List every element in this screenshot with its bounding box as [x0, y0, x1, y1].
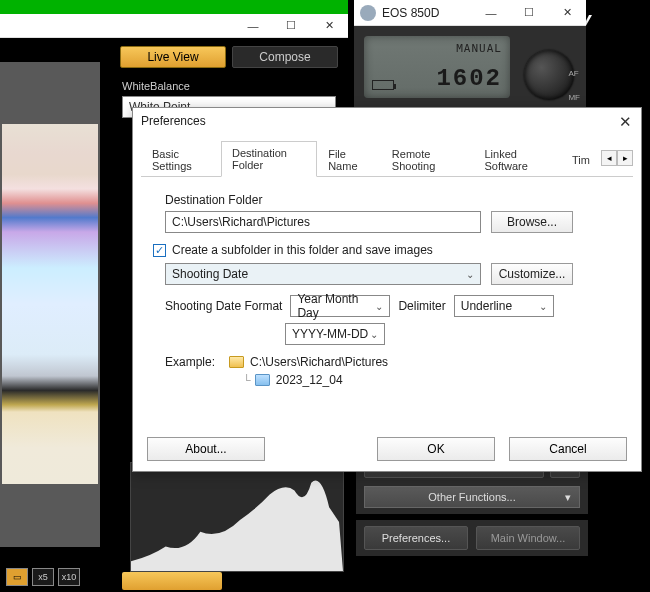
tab-scroll-left[interactable]: ◂	[601, 150, 617, 166]
example-label: Example:	[165, 355, 215, 387]
dialog-buttons: About... OK Cancel	[133, 437, 641, 461]
preview-image	[2, 124, 98, 484]
af-label: AF	[568, 62, 580, 86]
tab-file-name[interactable]: File Name	[317, 142, 381, 177]
dialog-close-button[interactable]: ✕	[615, 112, 635, 132]
dialog-title: Preferences	[133, 108, 641, 134]
zoom-fit-button[interactable]: ▭	[6, 568, 28, 586]
shooting-date-format-label: Shooting Date Format	[165, 299, 282, 313]
browse-button[interactable]: Browse...	[491, 211, 573, 233]
example-path: C:\Users\Richard\Pictures	[250, 355, 388, 369]
dialog-body: Destination Folder C:\Users\Richard\Pict…	[133, 177, 641, 399]
lcd-counter: 1602	[436, 65, 502, 92]
camera-window: EOS 850D — ☐ ✕ MANUAL 1602 AF MF	[354, 0, 586, 110]
histogram	[130, 462, 344, 572]
folder-icon	[229, 356, 244, 368]
customize-button[interactable]: Customize...	[491, 263, 573, 285]
date-pattern-select[interactable]: YYYY-MM-DD ⌄	[285, 323, 385, 345]
tab-destination-folder[interactable]: Destination Folder	[221, 141, 317, 177]
chevron-down-icon: ⌄	[370, 329, 378, 340]
preferences-dialog: Preferences ✕ Basic Settings Destination…	[132, 107, 642, 472]
camera-lcd: MANUAL 1602 AF MF	[354, 26, 586, 110]
mode-dial[interactable]	[524, 50, 574, 100]
example-tree: C:\Users\Richard\Pictures └ 2023_12_04	[229, 355, 388, 387]
chevron-down-icon: ⌄	[375, 301, 383, 312]
tab-linked-software[interactable]: Linked Software	[473, 142, 561, 177]
cam-minimize-button[interactable]: —	[472, 1, 510, 25]
other-functions-select[interactable]: Other Functions...	[364, 486, 580, 508]
main-window-button[interactable]: Main Window...	[476, 526, 580, 550]
create-subfolder-checkbox[interactable]: ✓	[153, 244, 166, 257]
tab-basic-settings[interactable]: Basic Settings	[141, 142, 221, 177]
lcd-screen: MANUAL 1602	[364, 36, 510, 98]
shooting-date-format-value: Year Month Day	[297, 292, 375, 320]
zoom-x5-button[interactable]: x5	[32, 568, 54, 586]
cancel-button[interactable]: Cancel	[509, 437, 627, 461]
host-titlebar: — ☐ ✕	[0, 14, 348, 38]
chevron-down-icon: ⌄	[539, 301, 547, 312]
folder-icon	[255, 374, 270, 386]
preferences-button[interactable]: Preferences...	[364, 526, 468, 550]
zoom-x10-button[interactable]: x10	[58, 568, 80, 586]
tab-tim[interactable]: Tim	[561, 148, 601, 171]
mode-tabs: Live View Compose	[114, 38, 344, 76]
destination-folder-label: Destination Folder	[165, 193, 621, 207]
battery-icon	[372, 80, 394, 90]
date-pattern-value: YYYY-MM-DD	[292, 327, 368, 341]
close-button[interactable]: ✕	[310, 14, 348, 38]
lcd-mode: MANUAL	[456, 42, 502, 55]
af-mf-labels: AF MF	[568, 62, 580, 110]
create-subfolder-label: Create a subfolder in this folder and sa…	[172, 243, 433, 257]
zoom-controls: ▭ x5 x10	[6, 568, 80, 586]
subfolder-rule-select[interactable]: Shooting Date ⌄	[165, 263, 481, 285]
cam-close-button[interactable]: ✕	[548, 1, 586, 25]
cam-maximize-button[interactable]: ☐	[510, 1, 548, 25]
destination-path-input[interactable]: C:\Users\Richard\Pictures	[165, 211, 481, 233]
camera-title: EOS 850D	[382, 6, 472, 20]
camera-titlebar: EOS 850D — ☐ ✕	[354, 0, 586, 26]
example-subfolder: 2023_12_04	[276, 373, 343, 387]
ok-button[interactable]: OK	[377, 437, 495, 461]
dialog-tabs: Basic Settings Destination Folder File N…	[141, 140, 633, 177]
tab-scroll-right[interactable]: ▸	[617, 150, 633, 166]
delimiter-select[interactable]: Underline ⌄	[454, 295, 554, 317]
camera-app-icon	[360, 5, 376, 21]
tab-live-view[interactable]: Live View	[120, 46, 226, 68]
maximize-button[interactable]: ☐	[272, 14, 310, 38]
gold-strip	[122, 572, 222, 590]
whitebalance-label: WhiteBalance	[114, 76, 344, 94]
tab-remote-shooting[interactable]: Remote Shooting	[381, 142, 474, 177]
chevron-down-icon: ⌄	[466, 269, 474, 280]
delimiter-value: Underline	[461, 299, 512, 313]
subfolder-rule-value: Shooting Date	[172, 267, 248, 281]
shooting-date-format-select[interactable]: Year Month Day ⌄	[290, 295, 390, 317]
preview-pane	[0, 62, 100, 547]
tree-elbow-icon: └	[243, 374, 251, 386]
about-button[interactable]: About...	[147, 437, 265, 461]
minimize-button[interactable]: —	[234, 14, 272, 38]
tab-compose[interactable]: Compose	[232, 46, 338, 68]
delimiter-label: Delimiter	[398, 299, 445, 313]
